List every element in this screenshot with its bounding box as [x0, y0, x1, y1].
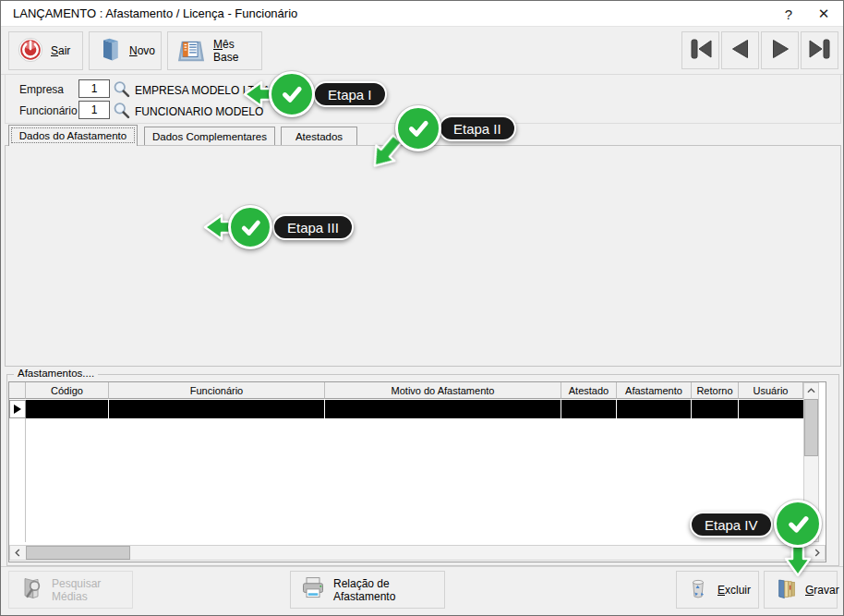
help-icon: ?	[785, 6, 792, 22]
toolbar: Sair Novo	[1, 27, 843, 75]
grid-header-funcionario: Funcionário	[109, 382, 325, 399]
grid-header-motivo: Motivo do Afastamento	[325, 382, 561, 399]
grid-header-afastamento: Afastamento	[617, 382, 692, 399]
grid-header-codigo: Código	[26, 382, 109, 399]
tab-complementares-label: Dados Complementares	[152, 131, 267, 142]
funcionario-label: Funcionário	[19, 103, 78, 119]
grid-indicator-column	[9, 418, 26, 542]
grid-cell	[561, 400, 617, 418]
nav-first-button[interactable]	[681, 31, 719, 69]
current-record-arrow-icon	[14, 405, 21, 414]
recycle-bin-icon	[686, 575, 710, 604]
etapa4-check-icon	[774, 500, 822, 548]
title-bar: LANÇAMENTO : Afastamento / Licença - Fun…	[1, 1, 843, 27]
window-title: LANÇAMENTO : Afastamento / Licença - Fun…	[13, 1, 297, 27]
relacao-afastamento-button[interactable]: Relação de Afastamento	[290, 571, 445, 609]
grid-header-retorno: Retorno	[692, 382, 739, 399]
grid-cell	[617, 400, 692, 418]
nav-next-button[interactable]	[761, 31, 799, 69]
sair-button[interactable]: Sair	[8, 31, 83, 70]
excluir-label: Excluir	[717, 584, 751, 597]
first-record-icon	[688, 37, 714, 65]
grid-row-indicator	[9, 400, 26, 418]
etapa1-badge: Etapa I	[313, 81, 387, 107]
tab-page-dados-do-afastamento	[5, 145, 841, 367]
pesquisar-medias-button: Pesquisar Médias	[8, 571, 133, 609]
grid-cell	[692, 400, 739, 418]
folder-icon	[97, 36, 123, 66]
nav-previous-button[interactable]	[721, 31, 759, 69]
pesquisar-medias-label: Pesquisar Médias	[52, 577, 123, 603]
novo-label: Novo	[129, 44, 155, 57]
etapa4-badge: Etapa IV	[690, 512, 773, 537]
etapa2-check-icon	[395, 105, 441, 151]
tab-dados-label: Dados do Afastamento	[19, 130, 127, 141]
sair-label: Sair	[51, 44, 70, 57]
relacao-afastamento-label: Relação de Afastamento	[333, 577, 435, 603]
tab-atestados[interactable]: Atestados	[281, 127, 357, 146]
nav-last-button[interactable]	[801, 31, 838, 69]
tab-atestados-label: Atestados	[295, 131, 343, 142]
close-icon: ✕	[818, 6, 830, 22]
grid-horizontal-scrollbar	[9, 545, 826, 561]
empresa-code-input[interactable]	[78, 79, 110, 98]
funcionario-search-icon[interactable]	[112, 101, 131, 124]
grid-cell	[739, 400, 803, 418]
afastamentos-group-label: Afastamentos....	[14, 368, 98, 379]
horizontal-scrollbar-thumb[interactable]	[26, 546, 130, 560]
help-button[interactable]: ?	[775, 1, 802, 27]
mes-base-button[interactable]: Mês Base	[167, 31, 262, 70]
empresa-search-icon[interactable]	[112, 79, 131, 103]
folder-search-icon	[18, 574, 44, 605]
empresa-label: Empresa	[19, 81, 64, 98]
gravar-label: Gravar	[805, 584, 839, 597]
etapa3-badge: Etapa III	[272, 214, 354, 240]
etapa2-badge: Etapa II	[439, 115, 516, 141]
power-icon	[17, 36, 44, 66]
etapa1-check-icon	[269, 71, 315, 117]
previous-record-icon	[728, 37, 754, 65]
dialog-lancamento-afastamento: LANÇAMENTO : Afastamento / Licença - Fun…	[0, 0, 844, 616]
grid-cell	[109, 400, 325, 418]
novo-button[interactable]: Novo	[89, 31, 162, 70]
funcionario-code-input[interactable]	[78, 101, 110, 119]
grid-cell	[26, 400, 109, 418]
grid-selected-row[interactable]	[26, 400, 803, 418]
save-folder-icon	[774, 575, 798, 604]
tab-dados-complementares[interactable]: Dados Complementares	[144, 127, 275, 146]
etapa3-check-icon	[228, 205, 272, 249]
scroll-up-button[interactable]	[804, 383, 818, 398]
close-button[interactable]: ✕	[810, 1, 838, 27]
printer-icon	[300, 575, 326, 604]
tab-dados-do-afastamento[interactable]: Dados do Afastamento	[8, 125, 138, 146]
grid-header-usuario: Usuário	[739, 382, 803, 399]
calendar-icon	[175, 36, 207, 66]
excluir-button[interactable]: Excluir	[676, 571, 759, 609]
grid-header-indicator	[9, 382, 26, 399]
grid-header-atestado: Atestado	[561, 382, 617, 399]
scroll-right-button[interactable]	[810, 546, 825, 560]
mes-base-label: Mês Base	[213, 38, 254, 64]
scroll-left-button[interactable]	[10, 546, 25, 560]
vertical-scrollbar-thumb[interactable]	[804, 399, 818, 456]
next-record-icon	[767, 37, 793, 65]
grid-cell	[325, 400, 561, 418]
last-record-icon	[807, 37, 833, 65]
